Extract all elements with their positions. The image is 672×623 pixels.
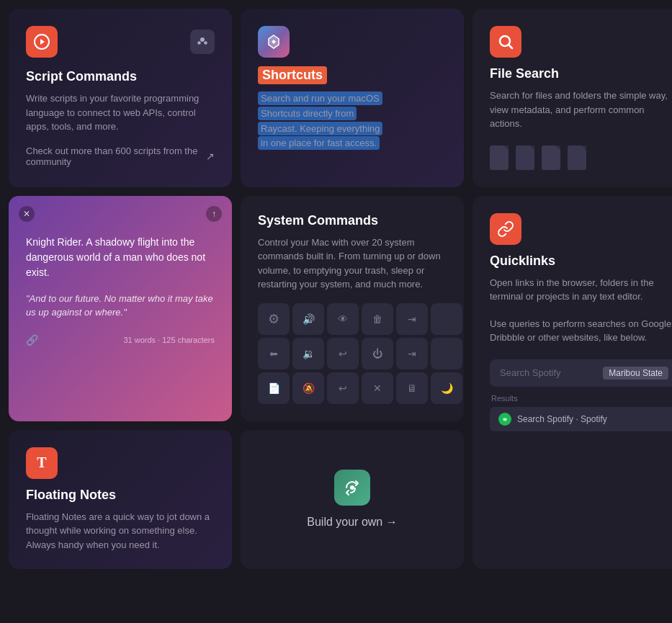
share-button[interactable]: ↑ bbox=[206, 206, 222, 222]
svg-point-3 bbox=[197, 41, 201, 45]
script-commands-link[interactable]: Check out more than 600 scripts from the… bbox=[26, 145, 215, 167]
quicklinks-card: Quicklinks Open links in the browser, fo… bbox=[472, 196, 672, 570]
sys-icon-vol-up[interactable]: 🔊 bbox=[292, 303, 324, 335]
svg-marker-1 bbox=[40, 39, 45, 45]
script-commands-title: Script Commands bbox=[26, 69, 215, 84]
floating-notes-title: Floating Notes bbox=[26, 488, 215, 503]
community-icon bbox=[190, 30, 215, 54]
shortcuts-title: Shortcuts bbox=[258, 66, 327, 84]
file-icon-3 bbox=[542, 145, 560, 170]
quicklinks-desc2: Use queries to perform searches on Googl… bbox=[490, 317, 672, 345]
text-card-quote: "And to our future. No matter who it may… bbox=[26, 292, 215, 320]
svg-point-8 bbox=[350, 485, 354, 490]
quicklinks-title: Quicklinks bbox=[490, 254, 672, 269]
spotify-results-label: Results bbox=[490, 394, 672, 403]
sys-icon-eye[interactable]: 👁 bbox=[327, 303, 359, 335]
spotify-result-row[interactable]: Search Spotify · Spotify bbox=[490, 407, 672, 431]
spotify-icon bbox=[498, 413, 511, 426]
svg-line-6 bbox=[509, 45, 513, 49]
spotify-search-value: Maribou State bbox=[603, 367, 668, 380]
system-commands-card: System Commands Control your Mac with ov… bbox=[241, 196, 464, 421]
shortcuts-app-icon bbox=[258, 26, 290, 58]
system-commands-desc: Control your Mac with over 20 system com… bbox=[258, 236, 447, 292]
file-icon-1 bbox=[490, 145, 509, 170]
svg-point-2 bbox=[200, 37, 205, 42]
build-icon bbox=[334, 470, 370, 506]
file-icon-4 bbox=[568, 145, 586, 170]
sys-icon-right1[interactable]: ⇥ bbox=[396, 303, 428, 335]
floating-notes-card: T Floating Notes Floating Notes are a qu… bbox=[9, 430, 232, 570]
sys-icon-screen[interactable]: 🖥 bbox=[396, 372, 428, 404]
text-card-stats: 31 words · 125 characters bbox=[123, 336, 215, 344]
close-button[interactable]: ✕ bbox=[19, 206, 35, 222]
floating-notes-icon: T bbox=[26, 447, 58, 479]
text-card-main: Knight Rider. A shadowy flight into the … bbox=[26, 235, 215, 280]
sys-icon-back[interactable]: ↩ bbox=[327, 338, 359, 369]
script-commands-icon bbox=[26, 26, 58, 58]
script-commands-card: Script Commands Write scripts in your fa… bbox=[9, 9, 232, 187]
system-icons-grid: ⚙ 🔊 👁 🗑 ⇥ ⬅ 🔉 ↩ ⏻ ⇥ 📄 🔕 ↩ ✕ 🖥 🌙 bbox=[258, 303, 447, 404]
sys-icon-doc[interactable]: 📄 bbox=[258, 372, 290, 404]
floating-notes-desc: Floating Notes are a quick way to jot do… bbox=[26, 510, 215, 552]
file-search-title: File Search bbox=[490, 66, 672, 81]
file-icon-2 bbox=[516, 145, 534, 170]
sys-icon-power[interactable]: ⏻ bbox=[362, 338, 393, 369]
sys-icon-trash[interactable]: 🗑 bbox=[362, 303, 393, 335]
system-commands-title: System Commands bbox=[258, 213, 447, 228]
shortcuts-desc: Search and run your macOS Shortcuts dire… bbox=[258, 91, 447, 151]
spotify-result-text: Search Spotify · Spotify bbox=[517, 414, 607, 424]
file-search-icon bbox=[490, 26, 521, 58]
shortcuts-card: Shortcuts Search and run your macOS Shor… bbox=[241, 9, 464, 187]
sys-icon-right2[interactable]: ⇥ bbox=[396, 338, 428, 369]
spotify-search-bar[interactable]: Search Spotify Maribou State bbox=[490, 359, 672, 387]
file-search-desc: Search for files and folders the simple … bbox=[490, 89, 672, 131]
link-icon: 🔗 bbox=[26, 334, 38, 346]
sys-icon-blank2 bbox=[431, 338, 462, 369]
script-commands-desc: Write scripts in your favorite programmi… bbox=[26, 91, 215, 134]
sys-icon-left[interactable]: ⬅ bbox=[258, 338, 290, 369]
sys-icon-back2[interactable]: ↩ bbox=[327, 372, 359, 404]
svg-point-4 bbox=[204, 41, 207, 45]
sys-icon-blank1 bbox=[431, 303, 462, 335]
text-card-footer: 🔗 31 words · 125 characters bbox=[26, 334, 215, 346]
external-link-icon: ↗ bbox=[206, 151, 215, 162]
sys-icon-moon[interactable]: 🌙 bbox=[431, 372, 462, 404]
sys-icon-vol-dn[interactable]: 🔉 bbox=[292, 338, 324, 369]
build-your-own-card[interactable]: Build your own → bbox=[241, 430, 464, 570]
quicklinks-icon bbox=[490, 213, 521, 245]
sys-icon-vol-mute[interactable]: 🔕 bbox=[292, 372, 324, 404]
text-card: ✕ ↑ Knight Rider. A shadowy flight into … bbox=[9, 196, 232, 421]
file-icons-row bbox=[490, 145, 672, 170]
file-search-card: File Search Search for files and folders… bbox=[472, 9, 672, 187]
spotify-section: Search Spotify Maribou State Results Sea… bbox=[490, 359, 672, 431]
spotify-search-label: Search Spotify bbox=[500, 367, 561, 378]
build-title: Build your own → bbox=[307, 516, 397, 529]
sys-icon-x[interactable]: ✕ bbox=[362, 372, 393, 404]
sys-icon-gear[interactable]: ⚙ bbox=[258, 303, 290, 335]
quicklinks-desc1: Open links in the browser, folders in th… bbox=[490, 276, 672, 304]
